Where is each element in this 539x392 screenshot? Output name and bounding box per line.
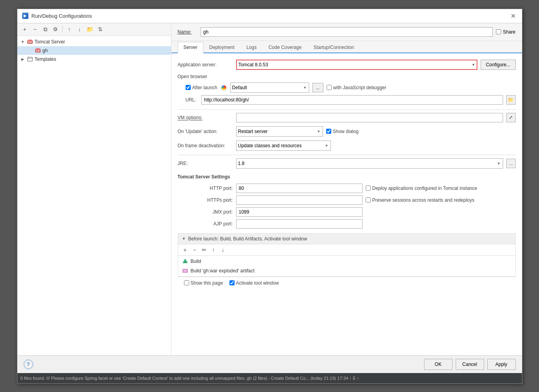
show-page-checkbox[interactable] [184,280,189,285]
jre-select[interactable]: 1.8 Default [236,158,503,169]
config-panel: Name: Share Server Deployment Logs Code … [171,23,522,355]
bl-up-button[interactable]: ↑ [210,246,218,254]
before-launch-title: Before launch: Build, Build Artifacts, A… [188,236,307,242]
bl-down-button[interactable]: ↓ [219,246,227,254]
before-launch-header: ▼ Before launch: Build, Build Artifacts,… [178,234,515,244]
name-input[interactable] [201,27,493,37]
apply-button[interactable]: Apply [487,359,516,370]
sidebar-toolbar: + − ⧉ ⚙ ↑ ↓ 📁 ⇅ [17,23,171,36]
templates-label: Templates [35,56,56,62]
activate-tool-checkbox-label[interactable]: Activate tool window [229,280,279,286]
bl-remove-button[interactable]: − [191,246,199,254]
move-up-button[interactable]: ↑ [65,25,74,34]
url-label: URL: [186,97,198,103]
deploy-tomcat-checkbox-label[interactable]: Deploy applications configured in Tomcat… [366,186,516,191]
settings-config-button[interactable]: ⚙ [51,25,60,34]
jmx-port-label: JMX port: [186,207,233,217]
ajp-port-input[interactable] [236,219,362,229]
show-dialog-text: Show dialog [333,129,359,134]
url-input[interactable] [201,95,503,105]
build-item-build[interactable]: Build [178,257,515,266]
on-frame-row: On frame deactivation: Update classes an… [178,141,516,151]
preserve-sessions-checkbox-label[interactable]: Preserve sessions across restarts and re… [366,197,516,203]
jre-expand-button[interactable]: … [506,159,516,168]
tab-deployment[interactable]: Deployment [203,42,240,53]
js-debugger-checkbox[interactable] [327,85,332,90]
browser-dots-button[interactable]: ... [312,83,323,92]
jmx-port-input[interactable] [236,207,362,217]
vm-expand-button[interactable]: ⤢ [506,113,516,122]
url-folder-button[interactable]: 📁 [506,95,516,105]
svg-rect-1 [28,39,32,41]
close-button[interactable]: ✕ [509,12,517,20]
app-server-dropdown-arrow: ▼ [472,63,475,67]
configure-button[interactable]: Configure... [481,60,515,70]
dialog-icon: ▶ [22,13,28,19]
show-dialog-checkbox-label[interactable]: Show dialog [326,129,359,134]
name-row: Name: Share [171,23,522,41]
help-button[interactable]: ? [24,360,33,369]
tab-server[interactable]: Server [178,42,203,53]
on-frame-select[interactable]: Update classes and resources Restart ser… [236,141,331,151]
tomcat-server-label: Tomcat Server [35,39,65,45]
vm-options-input[interactable] [236,113,503,122]
tree-item-gh[interactable]: gh [17,46,171,55]
after-launch-checkbox-label[interactable]: After launch [186,85,218,90]
cancel-button[interactable]: Cancel [456,359,484,370]
ok-button[interactable]: OK [424,359,453,370]
toolbar-separator [62,26,63,32]
build-artifact-label: Build 'gh:war exploded' artifact [191,268,255,274]
browser-select[interactable]: Default [230,83,309,93]
show-page-checkbox-label[interactable]: Show this page [184,280,223,286]
tree-item-tomcat-server[interactable]: ▼ Tomcat Server [17,38,171,46]
tab-logs[interactable]: Logs [240,42,263,53]
show-dialog-checkbox[interactable] [326,129,331,134]
status-bar: 0 files found. /// Please configure Spri… [17,373,522,383]
preserve-sessions-checkbox[interactable] [366,197,371,203]
after-launch-checkbox[interactable] [186,85,191,90]
share-checkbox[interactable] [496,29,501,34]
svg-rect-2 [28,41,30,43]
build-item-artifact[interactable]: Build 'gh:war exploded' artifact [178,266,515,276]
http-port-label: HTTP port: [186,184,233,193]
folder-button[interactable]: 📁 [86,25,94,34]
browser-row: After launch Default ▼ ... with Ja [186,83,516,93]
deploy-options: Deploy applications configured in Tomcat… [366,184,516,193]
gh-config-label: gh [43,48,48,53]
main-content: + − ⧉ ⚙ ↑ ↓ 📁 ⇅ ▼ [17,23,522,355]
http-port-input[interactable] [236,184,362,193]
app-server-label: Application server: [178,62,233,68]
vm-options-row: VM options: ⤢ [178,113,516,122]
copy-config-button[interactable]: ⧉ [41,25,50,34]
on-update-label: On 'Update' action: [178,129,233,134]
ajp-port-label: AJP port: [186,219,233,229]
expand-arrow-tomcat: ▼ [21,39,25,44]
before-launch-section: ▼ Before launch: Build, Build Artifacts,… [178,233,516,277]
js-debugger-checkbox-label[interactable]: with JavaScript debugger [327,85,387,90]
remove-config-button[interactable]: − [31,25,39,34]
tree-item-templates[interactable]: ▶ Templates [17,55,171,64]
chrome-icon [221,84,227,91]
deploy-tomcat-checkbox[interactable] [366,186,371,191]
bottom-bar: ? OK Cancel Apply [17,355,522,373]
bottom-right: OK Cancel Apply [424,359,516,370]
sidebar: + − ⧉ ⚙ ↑ ↓ 📁 ⇅ ▼ [17,23,171,355]
on-update-select[interactable]: Restart server Redeploy Update classes a… [236,126,323,137]
activate-tool-checkbox[interactable] [229,280,235,285]
move-down-button[interactable]: ↓ [75,25,84,34]
bl-edit-button[interactable]: ✏ [200,246,208,254]
add-config-button[interactable]: + [21,25,29,34]
tab-startup[interactable]: Startup/Connection [308,42,360,53]
bl-add-button[interactable]: + [181,246,189,254]
sort-button[interactable]: ⇅ [96,25,105,34]
https-port-label: HTTPs port: [186,195,233,205]
app-server-row: Application server: Tomcat 8.0.53 ▼ Conf… [178,60,516,70]
show-page-row: Show this page Activate tool window [178,277,516,289]
share-row: Share [496,29,515,35]
app-server-combo[interactable]: Tomcat 8.0.53 ▼ [236,60,478,70]
expand-arrow-gh [28,48,33,53]
tab-coverage[interactable]: Code Coverage [263,42,308,53]
https-port-input[interactable] [236,195,362,205]
show-page-text: Show this page [191,280,223,286]
svg-rect-12 [184,262,186,263]
